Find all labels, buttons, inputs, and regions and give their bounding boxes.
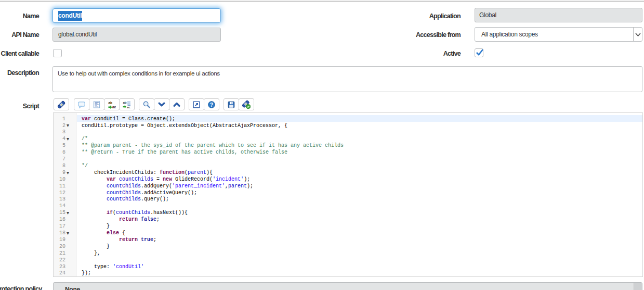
svg-text:ac: ac <box>127 105 130 108</box>
svg-text:?: ? <box>210 102 213 107</box>
svg-text:ab: ab <box>109 100 113 104</box>
svg-text:ab: ab <box>123 100 126 104</box>
svg-text:ac: ac <box>112 105 116 108</box>
